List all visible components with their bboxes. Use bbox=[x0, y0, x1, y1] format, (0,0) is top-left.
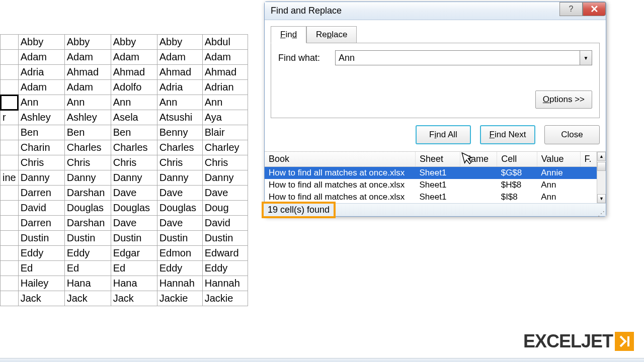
cell[interactable] bbox=[1, 216, 19, 231]
cell[interactable]: Ann bbox=[157, 95, 202, 110]
cell[interactable]: Dave bbox=[111, 216, 157, 231]
options-button[interactable]: Options >> bbox=[535, 90, 592, 109]
dialog-titlebar[interactable]: Find and Replace ? ✕ bbox=[265, 2, 606, 20]
cell[interactable]: Edward bbox=[202, 246, 248, 261]
cell[interactable]: Hannah bbox=[202, 276, 248, 291]
cell[interactable]: Abby bbox=[18, 35, 64, 50]
cell[interactable] bbox=[1, 155, 19, 170]
cell[interactable]: Eddy bbox=[18, 246, 64, 261]
cell[interactable]: Chris bbox=[157, 155, 202, 170]
find-all-button[interactable]: Find All bbox=[416, 125, 471, 144]
cell[interactable]: Ashley bbox=[64, 110, 111, 125]
cell[interactable]: Dave bbox=[157, 186, 202, 201]
cell[interactable]: Adam bbox=[111, 50, 157, 65]
resize-grip[interactable]: ⋰ bbox=[598, 212, 605, 215]
cell[interactable]: Ashley bbox=[18, 110, 64, 125]
cell[interactable]: Dave bbox=[202, 186, 248, 201]
cell[interactable]: Ed bbox=[18, 261, 64, 276]
cell[interactable] bbox=[1, 125, 19, 140]
cell[interactable] bbox=[1, 80, 19, 95]
cell[interactable]: Ben bbox=[18, 125, 64, 140]
results-scrollbar[interactable]: ▲ ▼ bbox=[597, 152, 606, 203]
cell[interactable]: Dave bbox=[111, 186, 157, 201]
cell[interactable]: Eddy bbox=[202, 261, 248, 276]
cell[interactable]: Ann bbox=[64, 95, 111, 110]
result-row[interactable]: How to find all matches at once.xlsxShee… bbox=[265, 179, 597, 191]
cell[interactable]: Douglas bbox=[157, 201, 202, 216]
cell[interactable]: Doug bbox=[202, 201, 248, 216]
cell[interactable]: Charles bbox=[157, 140, 202, 155]
cell[interactable]: Aya bbox=[202, 110, 248, 125]
cell[interactable]: Darren bbox=[18, 186, 64, 201]
close-button[interactable]: Close bbox=[544, 125, 600, 144]
results-header-sheet[interactable]: Sheet bbox=[416, 152, 460, 167]
results-header-formula[interactable]: F. bbox=[580, 152, 597, 167]
cell[interactable]: Charles bbox=[64, 140, 111, 155]
cell[interactable] bbox=[1, 50, 19, 65]
cell[interactable]: Douglas bbox=[111, 201, 157, 216]
cell[interactable]: Adrian bbox=[202, 80, 248, 95]
cell[interactable]: Ahmad bbox=[111, 65, 157, 80]
cell[interactable]: Eddy bbox=[157, 261, 202, 276]
cell[interactable]: David bbox=[202, 216, 248, 231]
cell[interactable]: Blair bbox=[202, 125, 248, 140]
cell[interactable]: Jackie bbox=[157, 291, 202, 306]
result-row[interactable]: How to find all matches at once.xlsxShee… bbox=[265, 167, 597, 179]
find-next-button[interactable]: Find Next bbox=[480, 125, 535, 144]
cell[interactable]: Danny bbox=[157, 170, 202, 186]
cell[interactable]: Hana bbox=[64, 276, 111, 291]
cell[interactable]: Chris bbox=[18, 155, 64, 170]
cell[interactable]: Adam bbox=[64, 80, 111, 95]
find-what-input[interactable] bbox=[335, 50, 580, 65]
cell[interactable]: Ed bbox=[64, 261, 111, 276]
cell[interactable]: Ben bbox=[64, 125, 111, 140]
cell[interactable] bbox=[1, 231, 19, 246]
cell[interactable]: Dustin bbox=[157, 231, 202, 246]
cell[interactable]: Ahmad bbox=[202, 65, 248, 80]
cell[interactable]: Adria bbox=[18, 65, 64, 80]
cell[interactable]: Atsushi bbox=[157, 110, 202, 125]
cell[interactable]: Chris bbox=[202, 155, 248, 170]
cell[interactable]: Adam bbox=[18, 80, 64, 95]
cell[interactable]: ine bbox=[1, 170, 19, 186]
cell[interactable]: Benny bbox=[157, 125, 202, 140]
cell[interactable] bbox=[1, 140, 19, 155]
cell[interactable]: Abby bbox=[157, 35, 202, 50]
cell[interactable]: Ann bbox=[18, 95, 64, 110]
cell[interactable]: Danny bbox=[18, 170, 64, 186]
cell[interactable]: Ann bbox=[202, 95, 248, 110]
help-button[interactable]: ? bbox=[559, 2, 583, 16]
cell[interactable] bbox=[1, 95, 19, 110]
cell[interactable] bbox=[1, 186, 19, 201]
cell[interactable]: Danny bbox=[111, 170, 157, 186]
cell[interactable]: Ann bbox=[111, 95, 157, 110]
tab-replace[interactable]: Replace bbox=[306, 26, 357, 43]
cell[interactable]: r bbox=[1, 110, 19, 125]
cell[interactable]: Hailey bbox=[18, 276, 64, 291]
scroll-thumb[interactable] bbox=[597, 162, 606, 171]
results-header-value[interactable]: Value bbox=[537, 152, 580, 167]
cell[interactable]: Dave bbox=[157, 216, 202, 231]
cell[interactable]: Adria bbox=[157, 80, 202, 95]
cell[interactable]: Adam bbox=[202, 50, 248, 65]
cell[interactable] bbox=[1, 291, 19, 306]
cell[interactable]: Jack bbox=[18, 291, 64, 306]
cell[interactable]: Ed bbox=[111, 261, 157, 276]
cell[interactable]: Danny bbox=[202, 170, 248, 186]
cell[interactable]: Edmon bbox=[157, 246, 202, 261]
cell[interactable] bbox=[1, 201, 19, 216]
cell[interactable] bbox=[1, 246, 19, 261]
cell[interactable]: Abby bbox=[64, 35, 111, 50]
cell[interactable] bbox=[1, 276, 19, 291]
cell[interactable]: Dustin bbox=[111, 231, 157, 246]
cell[interactable]: Adam bbox=[18, 50, 64, 65]
cell[interactable]: Adolfo bbox=[111, 80, 157, 95]
cell[interactable]: Abby bbox=[111, 35, 157, 50]
spreadsheet-grid[interactable]: AbbyAbbyAbbyAbbyAbdulAdamAdamAdamAdamAda… bbox=[0, 34, 248, 306]
cell[interactable]: Charin bbox=[18, 140, 64, 155]
cell[interactable]: Charley bbox=[202, 140, 248, 155]
cell[interactable]: David bbox=[18, 201, 64, 216]
cell[interactable]: Dustin bbox=[202, 231, 248, 246]
cell[interactable]: Douglas bbox=[64, 201, 111, 216]
cell[interactable]: Chris bbox=[64, 155, 111, 170]
